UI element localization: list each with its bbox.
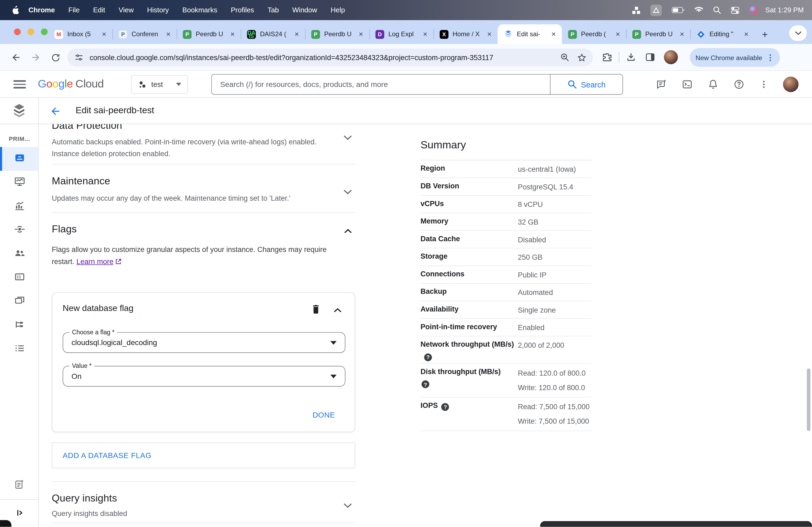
expand-query-insights-button[interactable] [344, 501, 352, 510]
account-avatar[interactable] [783, 76, 799, 92]
wifi-icon[interactable] [694, 7, 703, 13]
close-tab-icon[interactable]: ✕ [164, 30, 172, 39]
close-tab-icon[interactable]: ✕ [678, 30, 686, 39]
menu-item-profiles[interactable]: Profiles [231, 6, 254, 14]
menu-item-history[interactable]: History [147, 6, 169, 14]
stats-icon[interactable] [632, 6, 640, 14]
close-tab-icon[interactable]: ✕ [613, 30, 622, 39]
browser-tab-11[interactable]: Editing "✕ [690, 25, 755, 44]
battery-icon[interactable] [671, 7, 684, 13]
summary-row-disk-throughput-mb-s-: Disk throughput (MB/s)?Read: 120.0 of 80… [420, 364, 591, 397]
zoom-page-icon[interactable] [561, 53, 570, 62]
menu-item-edit[interactable]: Edit [93, 6, 105, 14]
new-tab-button[interactable]: + [758, 28, 771, 41]
help-icon[interactable]: ? [422, 380, 429, 388]
back-button[interactable] [10, 51, 23, 64]
sidebar-item-query-insights[interactable] [0, 195, 39, 219]
expand-maintenance-button[interactable] [344, 187, 352, 197]
back-to-instance-button[interactable] [48, 105, 62, 118]
control-center-icon[interactable] [731, 6, 740, 14]
downloads-icon[interactable] [626, 52, 636, 62]
side-panel-icon[interactable] [645, 52, 656, 62]
help-button[interactable] [733, 78, 745, 90]
done-button[interactable]: DONE [313, 411, 335, 419]
sidebar-item-databases[interactable] [0, 266, 39, 290]
help-icon[interactable]: ? [424, 353, 432, 361]
add-database-flag-button[interactable]: ADD A DATABASE FLAG [52, 442, 355, 468]
browser-tab-3[interactable]: PPeerdb U✕ [177, 25, 241, 44]
sidebar-item-users[interactable] [0, 242, 39, 266]
browser-tab-6[interactable]: DLog Expl✕ [369, 25, 433, 44]
collapse-flags-button[interactable] [344, 226, 352, 236]
chrome-update-pill[interactable]: New Chrome available ⋮ [690, 48, 780, 66]
forward-button[interactable] [29, 51, 42, 64]
browser-tab-4[interactable]: DAISDAIS24 (✕ [241, 25, 305, 44]
flag-value-select[interactable]: Value * On [62, 366, 345, 387]
close-tab-icon[interactable]: ✕ [742, 30, 751, 39]
menu-item-file[interactable]: File [69, 6, 80, 14]
tab-search-chevron[interactable] [789, 25, 807, 41]
cloud-search-button[interactable]: Search [550, 74, 623, 95]
rail-collapse-button[interactable] [15, 508, 24, 520]
url-bar[interactable]: console.cloud.google.com/sql/instances/s… [68, 48, 593, 66]
bookmark-star-icon[interactable] [577, 52, 587, 62]
release-notes-button[interactable] [655, 78, 668, 90]
sidebar-item-system-insights[interactable] [0, 171, 39, 195]
sidebar-item-connections[interactable] [0, 219, 39, 242]
apple-menu-icon[interactable] [11, 5, 19, 15]
console-more-menu[interactable] [757, 78, 770, 90]
extensions-icon[interactable] [602, 52, 613, 62]
url-text[interactable]: console.cloud.google.com/sql/instances/s… [90, 54, 555, 62]
menubar-clock[interactable]: Sat 1:29 PM [765, 6, 804, 14]
minimize-window-button[interactable] [27, 28, 34, 35]
browser-tab-1[interactable]: MInbox (5✕ [48, 25, 112, 44]
browser-profile-avatar[interactable] [664, 50, 678, 64]
browser-tab-9[interactable]: PPeerdb (✕ [562, 25, 626, 44]
reload-button[interactable] [48, 51, 62, 64]
close-tab-icon[interactable]: ✕ [228, 30, 236, 39]
menu-item-tab[interactable]: Tab [267, 6, 279, 14]
sidebar-item-overview[interactable] [0, 147, 39, 171]
menu-item-window[interactable]: Window [292, 6, 317, 14]
menu-app-name[interactable]: Chrome [28, 6, 55, 14]
page-scrollbar[interactable] [807, 368, 811, 431]
project-picker[interactable]: test [131, 75, 188, 94]
select-caret-icon [330, 374, 336, 378]
learn-more-link[interactable]: Learn more [76, 257, 113, 266]
close-tab-icon[interactable]: ✕ [293, 30, 301, 39]
sidebar-item-replicas[interactable] [0, 314, 39, 337]
collapse-flag-card-button[interactable] [331, 303, 344, 317]
browser-menu-icon[interactable]: ⋮ [766, 53, 774, 62]
spotlight-search-icon[interactable] [713, 6, 721, 14]
close-tab-icon[interactable]: ✕ [421, 30, 429, 39]
cloud-search-input[interactable]: Search (/) for resources, docs, products… [211, 74, 550, 95]
help-icon[interactable]: ? [441, 403, 449, 410]
close-window-button[interactable] [14, 28, 21, 35]
site-settings-icon[interactable] [75, 53, 84, 62]
rail-item-release-notes[interactable] [14, 479, 25, 492]
sidebar-item-operations[interactable] [0, 337, 39, 361]
browser-tab-2[interactable]: PConferen✕ [112, 25, 176, 44]
sidebar-item-backups[interactable] [0, 290, 39, 314]
browser-tab-8[interactable]: Edit sai-✕ [497, 25, 562, 44]
browser-tab-10[interactable]: PPeerdb U✕ [626, 25, 690, 44]
close-tab-icon[interactable]: ✕ [357, 30, 365, 39]
siri-icon[interactable] [749, 6, 758, 15]
close-tab-icon[interactable]: ✕ [485, 30, 494, 39]
close-tab-icon[interactable]: ✕ [549, 30, 558, 39]
browser-tab-7[interactable]: XHome / X✕ [433, 25, 497, 44]
notifications-button[interactable] [707, 78, 719, 90]
nav-menu-icon[interactable] [13, 79, 26, 90]
cloud-shell-button[interactable] [681, 78, 693, 90]
zoom-window-button[interactable] [41, 28, 47, 35]
google-cloud-logo[interactable]: GoogleCloud [38, 77, 104, 90]
choose-flag-select[interactable]: Choose a flag * cloudsql.logical_decodin… [62, 332, 345, 353]
menu-item-bookmarks[interactable]: Bookmarks [182, 6, 217, 14]
menubar-app-icon[interactable] [650, 4, 662, 16]
menu-item-help[interactable]: Help [331, 6, 345, 14]
menu-item-view[interactable]: View [119, 6, 134, 14]
delete-flag-button[interactable] [309, 302, 322, 316]
close-tab-icon[interactable]: ✕ [100, 30, 108, 39]
expand-data-protection-button[interactable] [344, 133, 352, 142]
browser-tab-5[interactable]: PPeerdb U✕ [305, 25, 369, 44]
